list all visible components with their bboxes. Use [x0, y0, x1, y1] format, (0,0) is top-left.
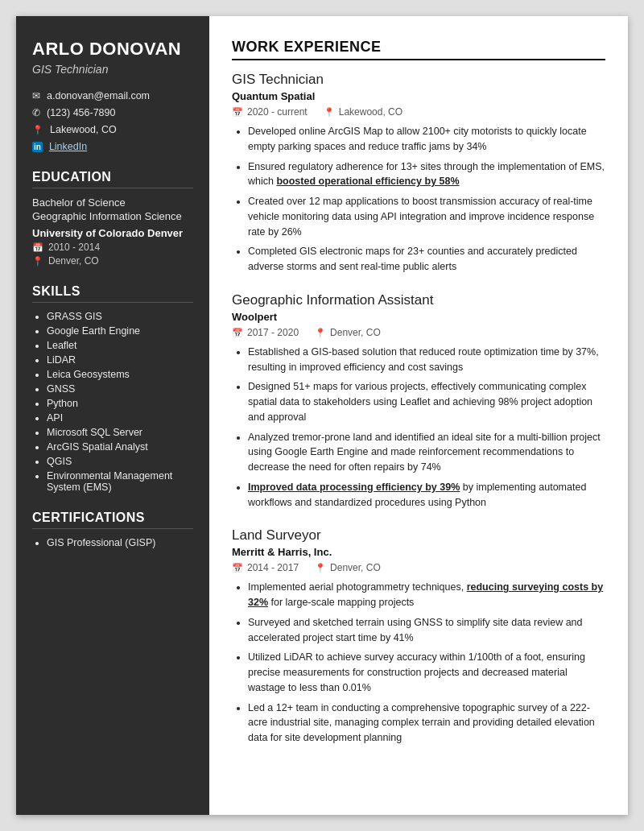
work-experience-title: WORK EXPERIENCE [232, 39, 605, 60]
edu-location: Denver, CO [48, 255, 99, 267]
job-bullets-1: Developed online ArcGIS Map to allow 210… [232, 124, 605, 275]
job-title-2: Geographic Information Assistant [232, 292, 605, 308]
candidate-title: GIS Technician [32, 63, 193, 76]
edu-pin-icon [32, 255, 43, 267]
list-item: GIS Professional (GISP) [47, 537, 193, 548]
resume-container: ARLO DONOVAN GIS Technician a.donovan@em… [16, 16, 628, 815]
calendar-icon [232, 106, 243, 118]
edu-school: University of Colorado Denver [32, 227, 193, 239]
job-company-1: Quantum Spatial [232, 90, 605, 102]
job-bullets-2: Established a GIS-based solution that re… [232, 345, 605, 511]
candidate-name: ARLO DONOVAN [32, 39, 193, 60]
list-item: Designed 51+ maps for various projects, … [248, 379, 605, 424]
pin-icon [324, 106, 335, 118]
list-item: Environmental Management System (EMS) [47, 470, 193, 493]
edu-location-meta: Denver, CO [32, 255, 193, 267]
job-meta-1: 2020 - current Lakewood, CO [232, 106, 605, 118]
edu-calendar-icon [32, 242, 43, 253]
job-location-2: Denver, CO [315, 327, 381, 338]
job-title-3: Land Surveyor [232, 527, 605, 544]
job-meta-2: 2017 - 2020 Denver, CO [232, 327, 605, 338]
list-item: Leica Geosystems [47, 369, 193, 380]
highlight: reducing surveying costs by 32% [248, 581, 603, 608]
email-value: a.donovan@email.com [47, 90, 150, 101]
list-item: QGIS [47, 456, 193, 467]
job-block-3: Land Surveyor Merritt & Harris, Inc. 201… [232, 527, 605, 746]
phone-value: (123) 456-7890 [47, 107, 115, 118]
list-item: API [47, 412, 193, 424]
edu-field: Geographic Information Science [32, 210, 193, 222]
list-item: Leaflet [47, 340, 193, 351]
list-item: Completed GIS electronic maps for 23+ co… [248, 244, 605, 275]
skills-list: GRASS GIS Google Earth Engine Leaflet Li… [32, 311, 193, 493]
calendar-icon [232, 562, 243, 573]
list-item: Utilized LiDAR to achieve survey accurac… [248, 650, 605, 695]
list-item: Led a 12+ team in conducting a comprehen… [248, 701, 605, 746]
email-icon [32, 90, 40, 101]
job-block-1: GIS Technician Quantum Spatial 2020 - cu… [232, 72, 605, 275]
email-item: a.donovan@email.com [32, 90, 193, 101]
list-item: Created over 12 map applications to boos… [248, 194, 605, 239]
job-block-2: Geographic Information Assistant Woolper… [232, 292, 605, 511]
list-item: GRASS GIS [47, 311, 193, 322]
edu-degree: Bachelor of Science [32, 196, 193, 209]
job-company-2: Woolpert [232, 311, 605, 323]
job-location-3: Denver, CO [315, 562, 381, 573]
list-item: Surveyed and sketched terrain using GNSS… [248, 615, 605, 646]
list-item: Established a GIS-based solution that re… [248, 345, 605, 375]
location-value: Lakewood, CO [50, 124, 117, 135]
list-item: Python [47, 398, 193, 409]
job-company-3: Merritt & Harris, Inc. [232, 546, 605, 558]
job-years-1: 2020 - current [232, 106, 308, 118]
phone-icon [32, 107, 40, 118]
highlight: Improved data processing efficiency by 3… [248, 482, 460, 493]
linkedin-link[interactable]: LinkedIn [49, 141, 87, 152]
pin-icon [315, 327, 326, 338]
list-item: Implemented aerial photogrammetry techni… [248, 580, 605, 610]
skills-section-title: SKILLS [32, 284, 193, 303]
certifications-section-title: CERTIFICATIONS [32, 511, 193, 529]
job-bullets-3: Implemented aerial photogrammetry techni… [232, 580, 605, 746]
edu-years-meta: 2010 - 2014 [32, 242, 193, 253]
pin-icon [315, 562, 326, 573]
contact-section: a.donovan@email.com (123) 456-7890 Lakew… [32, 90, 193, 152]
list-item: Microsoft SQL Server [47, 427, 193, 438]
calendar-icon [232, 327, 243, 338]
phone-item: (123) 456-7890 [32, 107, 193, 118]
linkedin-item[interactable]: LinkedIn [32, 141, 193, 152]
job-years-2: 2017 - 2020 [232, 327, 299, 338]
list-item: Google Earth Engine [47, 325, 193, 337]
list-item: Improved data processing efficiency by 3… [248, 480, 605, 511]
main-content: WORK EXPERIENCE GIS Technician Quantum S… [209, 16, 628, 815]
list-item: GNSS [47, 383, 193, 395]
list-item: ArcGIS Spatial Analyst [47, 441, 193, 453]
list-item: Developed online ArcGIS Map to allow 210… [248, 124, 605, 155]
edu-years: 2010 - 2014 [48, 242, 100, 253]
list-item: LiDAR [47, 354, 193, 366]
location-item: Lakewood, CO [32, 124, 193, 135]
certifications-list: GIS Professional (GISP) [32, 537, 193, 548]
list-item: Analyzed tremor-prone land and identifie… [248, 430, 605, 475]
education-section-title: EDUCATION [32, 170, 193, 188]
job-title-1: GIS Technician [232, 72, 605, 88]
linkedin-icon [32, 141, 43, 152]
job-location-1: Lakewood, CO [324, 106, 402, 118]
job-meta-3: 2014 - 2017 Denver, CO [232, 562, 605, 573]
sidebar: ARLO DONOVAN GIS Technician a.donovan@em… [16, 16, 209, 815]
list-item: Ensured regulatory adherence for 13+ sit… [248, 159, 605, 190]
job-years-3: 2014 - 2017 [232, 562, 299, 573]
highlight: boosted operational efficiency by 58% [276, 176, 459, 187]
location-icon [32, 124, 43, 135]
